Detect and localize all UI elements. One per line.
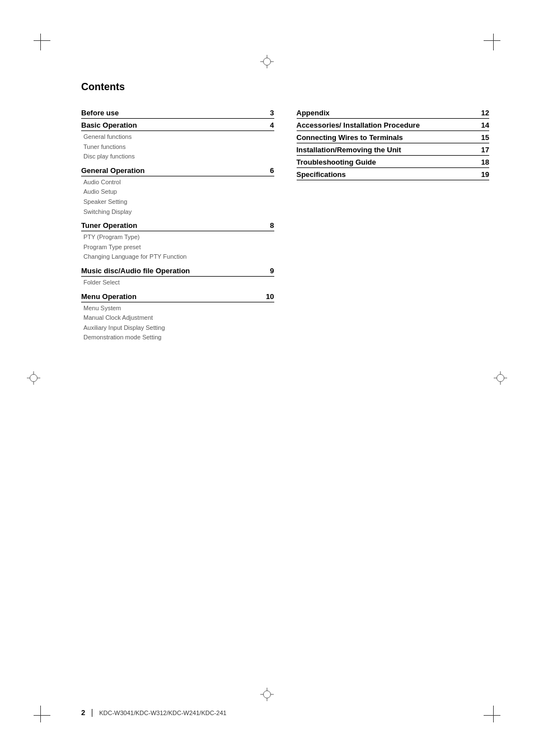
toc-sub-item: Audio Control bbox=[83, 178, 274, 188]
toc-title-general-operation: General Operation bbox=[81, 166, 144, 175]
toc-page-menu-operation: 10 bbox=[266, 292, 274, 301]
toc-section-specifications: Specifications19 bbox=[297, 170, 490, 180]
toc-page-connecting-wires: 15 bbox=[481, 133, 489, 142]
crosshair-bottom bbox=[260, 688, 274, 701]
content-area: Contents Before use3Basic Operation4Gene… bbox=[81, 81, 489, 678]
toc-title-appendix: Appendix bbox=[297, 109, 330, 117]
corner-mark-tr bbox=[484, 34, 500, 50]
toc-section-menu-operation: Menu Operation10Menu SystemManual Clock … bbox=[81, 292, 274, 343]
page-title: Contents bbox=[81, 81, 489, 95]
toc-sub-item: Manual Clock Adjustment bbox=[83, 313, 274, 323]
toc-page-accessories-installation: 14 bbox=[481, 121, 489, 129]
toc-page-troubleshooting: 18 bbox=[481, 158, 489, 166]
toc-section-installation-removing: Installation/Removing the Unit17 bbox=[297, 146, 490, 156]
toc-sublist-basic-operation: General functionsTuner functionsDisc pla… bbox=[83, 132, 274, 162]
toc-entry-before-use: Before use3 bbox=[81, 109, 274, 119]
page: Contents Before use3Basic Operation4Gene… bbox=[0, 0, 534, 756]
toc-title-before-use: Before use bbox=[81, 109, 119, 117]
toc-left-column: Before use3Basic Operation4General funct… bbox=[81, 109, 274, 347]
toc-page-tuner-operation: 8 bbox=[270, 221, 274, 230]
toc-page-installation-removing: 17 bbox=[481, 146, 489, 154]
toc-sub-item: Changing Language for PTY Function bbox=[83, 252, 274, 262]
toc-section-appendix: Appendix12 bbox=[297, 109, 490, 119]
toc-sub-item: Program Type preset bbox=[83, 242, 274, 253]
toc-sub-item: Folder Select bbox=[83, 278, 274, 288]
toc-container: Before use3Basic Operation4General funct… bbox=[81, 109, 489, 347]
toc-sublist-music-disc-operation: Folder Select bbox=[83, 278, 274, 288]
toc-sublist-menu-operation: Menu SystemManual Clock AdjustmentAuxili… bbox=[83, 304, 274, 343]
toc-title-menu-operation: Menu Operation bbox=[81, 292, 137, 301]
toc-section-troubleshooting: Troubleshooting Guide18 bbox=[297, 158, 490, 168]
toc-page-appendix: 12 bbox=[481, 109, 489, 117]
toc-entry-accessories-installation: Accessories/ Installation Procedure14 bbox=[297, 121, 490, 131]
corner-mark-bl bbox=[34, 706, 50, 722]
toc-entry-music-disc-operation: Music disc/Audio file Operation9 bbox=[81, 267, 274, 277]
toc-sub-item: Auxiliary Input Display Setting bbox=[83, 323, 274, 333]
corner-mark-br bbox=[484, 706, 500, 722]
toc-section-before-use: Before use3 bbox=[81, 109, 274, 119]
crosshair-right bbox=[494, 371, 507, 385]
toc-page-basic-operation: 4 bbox=[270, 121, 274, 129]
toc-entry-menu-operation: Menu Operation10 bbox=[81, 292, 274, 302]
toc-entry-specifications: Specifications19 bbox=[297, 170, 490, 180]
toc-section-connecting-wires: Connecting Wires to Terminals15 bbox=[297, 133, 490, 143]
crosshair-left bbox=[27, 371, 40, 385]
toc-entry-troubleshooting: Troubleshooting Guide18 bbox=[297, 158, 490, 168]
toc-page-before-use: 3 bbox=[270, 109, 274, 117]
footer-page-number: 2 bbox=[81, 708, 85, 717]
toc-sub-item: Tuner functions bbox=[83, 142, 274, 152]
crosshair-top bbox=[260, 55, 274, 68]
toc-sublist-general-operation: Audio ControlAudio SetupSpeaker SettingS… bbox=[83, 178, 274, 217]
corner-mark-tl bbox=[34, 34, 50, 50]
toc-entry-appendix: Appendix12 bbox=[297, 109, 490, 119]
toc-section-music-disc-operation: Music disc/Audio file Operation9Folder S… bbox=[81, 267, 274, 288]
toc-title-troubleshooting: Troubleshooting Guide bbox=[297, 158, 376, 166]
toc-entry-connecting-wires: Connecting Wires to Terminals15 bbox=[297, 133, 490, 143]
toc-sublist-tuner-operation: PTY (Program Type)Program Type presetCha… bbox=[83, 232, 274, 262]
toc-section-tuner-operation: Tuner Operation8PTY (Program Type)Progra… bbox=[81, 221, 274, 262]
toc-section-accessories-installation: Accessories/ Installation Procedure14 bbox=[297, 121, 490, 131]
toc-title-accessories-installation: Accessories/ Installation Procedure bbox=[297, 121, 420, 129]
page-footer: 2 KDC-W3041/KDC-W312/KDC-W241/KDC-241 bbox=[81, 708, 227, 717]
toc-page-specifications: 19 bbox=[481, 170, 489, 179]
footer-separator bbox=[92, 709, 92, 717]
toc-right-column: Appendix12Accessories/ Installation Proc… bbox=[297, 109, 490, 183]
toc-sub-item: Demonstration mode Setting bbox=[83, 333, 274, 343]
toc-section-basic-operation: Basic Operation4General functionsTuner f… bbox=[81, 121, 274, 162]
toc-title-basic-operation: Basic Operation bbox=[81, 121, 137, 129]
toc-title-specifications: Specifications bbox=[297, 170, 346, 179]
toc-sub-item: Disc play functions bbox=[83, 152, 274, 162]
toc-title-music-disc-operation: Music disc/Audio file Operation bbox=[81, 267, 190, 275]
toc-title-installation-removing: Installation/Removing the Unit bbox=[297, 146, 401, 154]
toc-title-tuner-operation: Tuner Operation bbox=[81, 221, 137, 230]
footer-model-text: KDC-W3041/KDC-W312/KDC-W241/KDC-241 bbox=[99, 710, 226, 716]
toc-sub-item: Audio Setup bbox=[83, 187, 274, 197]
toc-entry-installation-removing: Installation/Removing the Unit17 bbox=[297, 146, 490, 156]
toc-sub-item: Switching Display bbox=[83, 207, 274, 217]
toc-page-general-operation: 6 bbox=[270, 166, 274, 175]
toc-sub-item: Speaker Setting bbox=[83, 197, 274, 207]
toc-page-music-disc-operation: 9 bbox=[270, 267, 274, 275]
toc-title-connecting-wires: Connecting Wires to Terminals bbox=[297, 133, 403, 142]
toc-sub-item: PTY (Program Type) bbox=[83, 232, 274, 242]
toc-entry-tuner-operation: Tuner Operation8 bbox=[81, 221, 274, 231]
toc-sub-item: General functions bbox=[83, 132, 274, 142]
toc-sub-item: Menu System bbox=[83, 304, 274, 314]
toc-section-general-operation: General Operation6Audio ControlAudio Set… bbox=[81, 166, 274, 217]
toc-entry-general-operation: General Operation6 bbox=[81, 166, 274, 176]
toc-entry-basic-operation: Basic Operation4 bbox=[81, 121, 274, 131]
